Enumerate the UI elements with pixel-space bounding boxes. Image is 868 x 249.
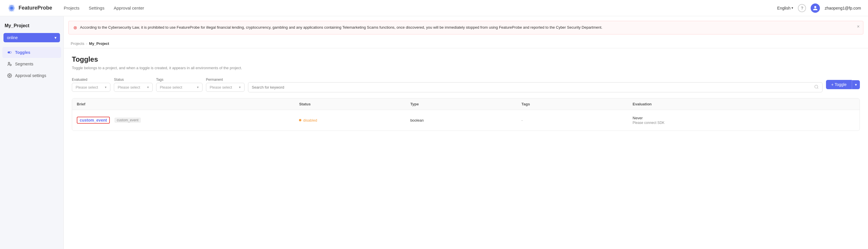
row-status: disabled — [299, 118, 410, 122]
row-type: boolean — [410, 118, 522, 122]
sidebar-item-approval-settings[interactable]: Approval settings — [2, 70, 61, 81]
sidebar-item-toggles-label: Toggles — [15, 50, 30, 55]
svg-point-3 — [8, 62, 9, 64]
breadcrumb-current: My_Project — [89, 41, 109, 46]
breadcrumb-projects[interactable]: Projects — [71, 41, 84, 46]
chevron-down-icon: ▾ — [792, 6, 793, 10]
chevron-down-icon: ▾ — [197, 85, 199, 89]
header-tags: Tags — [522, 102, 633, 106]
svg-point-2 — [10, 52, 11, 53]
nav-right: English ▾ ? zhaopeng1@fp.com — [777, 3, 861, 13]
status-label: Status — [114, 77, 152, 82]
user-email[interactable]: zhaopeng1@fp.com — [825, 6, 861, 10]
permanent-label: Permanent — [206, 77, 245, 82]
evaluated-placeholder: Please select — [75, 85, 98, 90]
toggle-name[interactable]: custom_event — [77, 117, 110, 124]
alert-text: According to the Cybersecurity Law, it i… — [80, 25, 859, 31]
sidebar: My_Project online ▾ Toggles Segments App… — [0, 16, 64, 249]
segment-icon — [7, 61, 12, 67]
alert-error-icon: ⊗ — [73, 25, 77, 30]
row-evaluation: Never Please connect SDK — [633, 116, 855, 125]
status-dot-icon — [299, 119, 301, 121]
row-tags: - — [522, 118, 633, 122]
nav-approval-center[interactable]: Approval center — [114, 4, 144, 11]
sidebar-item-toggles[interactable]: Toggles — [2, 47, 61, 58]
search-input[interactable] — [252, 85, 812, 90]
nav-settings[interactable]: Settings — [89, 4, 104, 11]
alert-close-button[interactable]: × — [857, 24, 860, 29]
tags-filter-group: Tags Please select ▾ — [156, 77, 203, 92]
svg-point-6 — [815, 85, 818, 88]
table-row: custom_event custom_event disabled boole… — [72, 110, 860, 131]
breadcrumb: Projects › My_Project — [64, 39, 868, 49]
top-navigation: FeatureProbe Projects Settings Approval … — [0, 0, 868, 16]
search-filter — [248, 82, 823, 92]
featureprobe-logo-icon — [7, 3, 16, 13]
add-toggle-dropdown-button[interactable]: ▾ — [852, 80, 860, 89]
chevron-down-icon: ▾ — [55, 35, 57, 40]
user-avatar[interactable] — [811, 3, 820, 13]
status-badge: disabled — [299, 118, 410, 122]
language-selector[interactable]: English ▾ — [777, 6, 794, 10]
main-layout: My_Project online ▾ Toggles Segments App… — [0, 16, 868, 249]
tags-select[interactable]: Please select ▾ — [156, 83, 203, 92]
table-header: Brief Status Type Tags Evaluation — [72, 98, 860, 110]
search-group — [248, 77, 823, 92]
permanent-placeholder: Please select — [210, 85, 232, 90]
content-area: Toggles Toggle belongs to a project, and… — [64, 49, 868, 138]
logo-text: FeatureProbe — [19, 5, 52, 11]
header-status: Status — [299, 102, 410, 106]
toggles-table: Brief Status Type Tags Evaluation custom… — [72, 98, 860, 131]
svg-point-0 — [10, 7, 13, 9]
evaluated-select[interactable]: Please select ▾ — [72, 83, 111, 92]
settings-icon — [7, 73, 12, 78]
nav-projects[interactable]: Projects — [64, 4, 80, 11]
header-type: Type — [410, 102, 522, 106]
main-content: ⊗ According to the Cybersecurity Law, it… — [64, 16, 868, 249]
chevron-down-icon: ▾ — [105, 85, 106, 89]
chevron-down-icon: ▾ — [147, 85, 149, 89]
sidebar-item-segments-label: Segments — [15, 62, 33, 66]
svg-point-4 — [10, 64, 11, 66]
language-label: English — [777, 6, 790, 10]
help-icon[interactable]: ? — [798, 4, 806, 12]
status-filter-group: Status Please select ▾ — [114, 77, 152, 92]
toggle-icon — [7, 50, 12, 55]
breadcrumb-separator: › — [86, 41, 87, 46]
nav-links: Projects Settings Approval center — [64, 4, 777, 11]
logo-area: FeatureProbe — [7, 3, 52, 13]
alert-banner: ⊗ According to the Cybersecurity Law, it… — [68, 21, 863, 34]
page-title: Toggles — [72, 55, 860, 63]
chevron-down-icon: ▾ — [239, 85, 241, 89]
sidebar-project-name: My_Project — [0, 21, 63, 33]
header-brief: Brief — [77, 102, 299, 106]
evaluated-filter-group: Evaluated Please select ▾ — [72, 77, 111, 92]
permanent-filter-group: Permanent Please select ▾ — [206, 77, 245, 92]
sidebar-environment[interactable]: online ▾ — [3, 33, 60, 42]
tags-placeholder: Please select — [160, 85, 182, 90]
tags-label: Tags — [156, 77, 203, 82]
filters-bar: Evaluated Please select ▾ Status Please … — [72, 77, 860, 92]
page-subtitle: Toggle belongs to a project, and when a … — [72, 66, 860, 70]
row-brief: custom_event custom_event — [77, 117, 299, 124]
add-toggle-button[interactable]: + Toggle — [826, 80, 852, 89]
add-toggle-button-group: + Toggle ▾ — [826, 80, 860, 89]
eval-title: Never — [633, 116, 855, 120]
toggle-key: custom_event — [115, 118, 141, 123]
evaluated-label: Evaluated — [72, 77, 111, 82]
status-text: disabled — [303, 118, 317, 122]
status-select[interactable]: Please select ▾ — [114, 83, 152, 92]
environment-label: online — [7, 35, 18, 40]
eval-subtitle: Please connect SDK — [633, 121, 855, 125]
search-icon[interactable] — [814, 85, 819, 90]
permanent-select[interactable]: Please select ▾ — [206, 83, 245, 92]
svg-point-5 — [9, 75, 10, 76]
sidebar-item-segments[interactable]: Segments — [2, 59, 61, 69]
header-evaluation: Evaluation — [633, 102, 855, 106]
status-placeholder: Please select — [118, 85, 140, 90]
sidebar-item-approval-label: Approval settings — [15, 73, 46, 78]
